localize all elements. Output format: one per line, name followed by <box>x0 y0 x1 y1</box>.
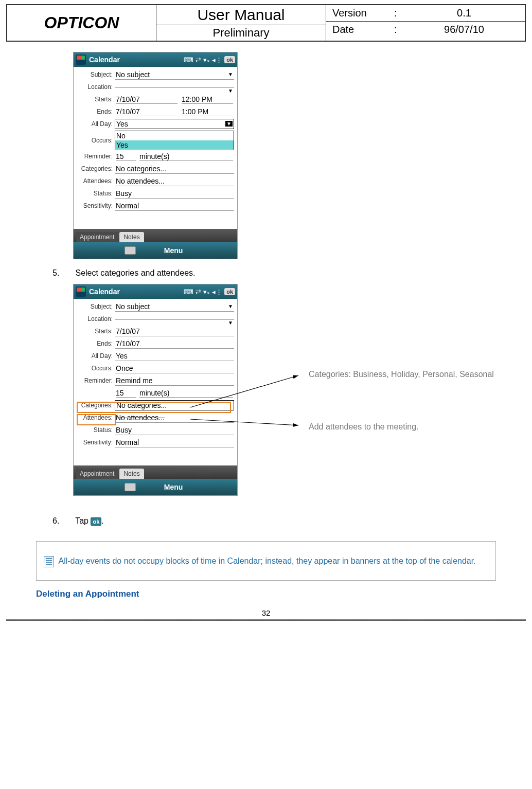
ends-time[interactable]: 1:00 PM <box>182 107 233 116</box>
subject-label: Subject: <box>77 71 115 78</box>
speaker-icon[interactable]: ◂⋮ <box>212 56 222 64</box>
note-icon <box>44 556 54 567</box>
doc-title: User Manual <box>156 5 326 25</box>
ends-label: Ends: <box>77 340 115 347</box>
categories-label: Categories: <box>77 165 115 172</box>
reminder-label: Reminder: <box>77 377 115 384</box>
dropdown-caret-icon[interactable]: ▼ <box>225 121 233 127</box>
ends-date[interactable]: 7/10/07 <box>116 107 178 116</box>
dropdown-caret-icon[interactable]: ▼ <box>228 71 233 77</box>
screenshot-1: Calendar ⌨ ⇄ ▾ₓ ◂⋮ ok Subject:No subject… <box>73 52 238 259</box>
header-meta: Version : 0.1 Date : 96/07/10 <box>326 5 525 41</box>
subject-field[interactable]: No subject▼ <box>115 302 234 312</box>
attendees-field[interactable]: No attendees... <box>115 176 234 186</box>
sensitivity-label: Sensitivity: <box>77 439 115 446</box>
speaker-icon[interactable]: ◂⋮ <box>212 288 222 296</box>
connectivity-icon[interactable]: ⇄ <box>196 56 201 64</box>
note-box: All-day events do not occupy blocks of t… <box>36 541 496 581</box>
sensitivity-field[interactable]: Normal <box>115 438 234 447</box>
annotation-categories: Categories: Business, Holiday, Personal,… <box>309 366 494 383</box>
keyboard-mode-icon[interactable]: ⌨ <box>184 288 193 296</box>
attendees-field[interactable]: No attendees... <box>115 413 234 423</box>
menu-button[interactable]: Menu <box>164 246 183 255</box>
categories-field[interactable]: No categories... <box>115 400 234 410</box>
subject-field[interactable]: No subject▼ <box>115 70 234 80</box>
status-field[interactable]: Busy <box>115 425 234 435</box>
menu-button[interactable]: Menu <box>164 483 183 491</box>
tab-appointment[interactable]: Appointment <box>76 469 118 479</box>
attendees-label: Attendees: <box>77 414 115 421</box>
allday-label: All Day: <box>77 120 115 128</box>
app-title: Calendar <box>89 288 184 296</box>
allday-field[interactable]: Yes <box>115 351 234 361</box>
step-text-before: Tap <box>75 516 91 525</box>
starts-date[interactable]: 7/10/07 <box>115 327 234 336</box>
ok-button[interactable]: ok <box>224 288 235 295</box>
start-icon[interactable] <box>76 286 86 297</box>
reminder-unit[interactable]: minute(s) <box>139 389 233 398</box>
app-title: Calendar <box>89 56 184 64</box>
location-label: Location: <box>77 315 115 322</box>
starts-time[interactable]: 12:00 PM <box>182 95 233 104</box>
ok-button[interactable]: ok <box>224 56 235 63</box>
doc-subtitle: Preliminary <box>156 25 326 41</box>
date-value: 96/07/10 <box>410 24 519 35</box>
dropdown-caret-icon[interactable]: ▼ <box>228 320 233 326</box>
location-label: Location: <box>77 83 115 91</box>
tab-notes[interactable]: Notes <box>119 232 144 242</box>
step-number: 5. <box>52 268 73 278</box>
footer-rule <box>6 619 526 621</box>
connectivity-icon[interactable]: ⇄ <box>196 288 201 296</box>
location-field[interactable]: ▼ <box>115 318 234 320</box>
screenshot-2: Calendar ⌨ ⇄ ▾ₓ ◂⋮ ok Subject:No subject… <box>73 284 238 496</box>
step-number: 6. <box>52 516 73 526</box>
occurs-label: Occurs: <box>77 365 115 372</box>
allday-label: All Day: <box>77 352 115 360</box>
keyboard-mode-icon[interactable]: ⌨ <box>184 56 193 64</box>
tab-appointment[interactable]: Appointment <box>76 232 118 242</box>
titlebar: Calendar ⌨ ⇄ ▾ₓ ◂⋮ ok <box>74 52 237 67</box>
step-5: 5. Select categories and attendees. <box>52 268 501 278</box>
categories-field[interactable]: No categories... <box>115 164 234 174</box>
status-label: Status: <box>77 426 115 434</box>
menu-bar: Menu <box>74 242 237 259</box>
status-label: Status: <box>77 190 115 197</box>
allday-dropdown[interactable]: Yes▼ <box>115 119 234 129</box>
occurs-field[interactable]: Once <box>115 364 234 373</box>
dropdown-caret-icon[interactable]: ▼ <box>228 303 233 309</box>
occurs-dropdown-open[interactable]: NoYes <box>115 131 234 150</box>
tab-notes[interactable]: Notes <box>119 469 144 479</box>
signal-icon[interactable]: ▾ₓ <box>203 56 210 64</box>
page-number: 32 <box>0 608 532 617</box>
titlebar: Calendar ⌨ ⇄ ▾ₓ ◂⋮ ok <box>74 284 237 299</box>
ends-label: Ends: <box>77 108 115 115</box>
annotation-attendees: Add attendees to the meeting. <box>309 419 504 435</box>
section-title: Deleting an Appointment <box>36 589 501 599</box>
note-text: All-day events do not occupy blocks of t… <box>58 557 475 565</box>
signal-icon[interactable]: ▾ₓ <box>203 288 210 296</box>
tab-bar: Appointment Notes <box>74 229 237 242</box>
ends-date[interactable]: 7/10/07 <box>115 339 234 349</box>
reminder-qty[interactable]: 15 <box>116 152 136 161</box>
reminder-qty[interactable]: 15 <box>116 389 136 398</box>
sensitivity-field[interactable]: Normal <box>115 201 234 211</box>
starts-label: Starts: <box>77 96 115 103</box>
step-text-after: . <box>101 516 103 525</box>
ok-icon-inline: ok <box>91 517 101 526</box>
reminder-field[interactable]: Remind me <box>115 376 234 386</box>
keyboard-icon[interactable] <box>125 483 136 491</box>
starts-date[interactable]: 7/10/07 <box>116 95 178 104</box>
step-6: 6. Tap ok. <box>52 516 501 526</box>
attendees-label: Attendees: <box>77 177 115 185</box>
version-label: Version <box>332 7 394 19</box>
page-header: OPTICON User Manual Preliminary Version … <box>6 4 526 42</box>
location-field[interactable]: ▼ <box>115 86 234 88</box>
occurs-label: Occurs: <box>77 137 115 144</box>
status-field[interactable]: Busy <box>115 189 234 199</box>
subject-label: Subject: <box>77 303 115 310</box>
reminder-unit[interactable]: minute(s) <box>139 152 233 161</box>
date-label: Date <box>332 24 394 35</box>
start-icon[interactable] <box>76 55 86 65</box>
dropdown-caret-icon[interactable]: ▼ <box>228 88 233 94</box>
keyboard-icon[interactable] <box>125 246 136 255</box>
